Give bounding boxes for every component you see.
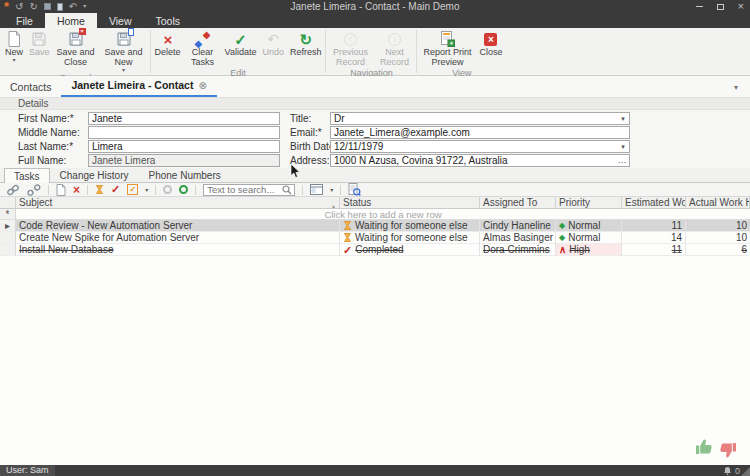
cell-estimated-hours[interactable]: 14 [622, 232, 686, 244]
tab-home[interactable]: Home [45, 13, 97, 28]
new-row-prompt[interactable]: Click here to add a new row [16, 209, 750, 220]
qat-undo-icon[interactable]: ↶ [69, 0, 77, 13]
new-button[interactable]: New ▾ [2, 28, 26, 73]
report-print-preview-icon [440, 30, 455, 48]
cell-status[interactable]: Waiting for someone else [340, 232, 480, 244]
column-header-status[interactable]: Status [340, 197, 480, 209]
tab-close-icon[interactable]: ⊗ [198, 80, 206, 91]
grid-header-row: Subject▲ Status Assigned To Priority Est… [0, 197, 750, 209]
undo-button[interactable]: ↶ Undo [259, 28, 287, 68]
cell-subject[interactable]: Create New Spike for Automation Server [16, 232, 340, 244]
search-icon [282, 185, 292, 195]
mark-in-progress-icon[interactable] [95, 184, 104, 196]
qat-rotate-left-icon[interactable]: ↺ [15, 0, 23, 13]
tab-overflow-icon[interactable]: ▾ [734, 83, 738, 92]
address-ellipsis-button[interactable]: … [616, 155, 628, 166]
cell-assigned-to[interactable]: Cindy Haneline [480, 220, 556, 232]
cell-actual-hours[interactable]: 6 [686, 244, 750, 256]
column-header-estimated[interactable]: Estimated Work H... [622, 197, 686, 209]
priority-normal-icon: ◆ [559, 232, 565, 244]
inactive-indicator-icon[interactable] [163, 185, 172, 194]
tab-tasks[interactable]: Tasks [4, 168, 50, 183]
tasks-grid: Subject▲ Status Assigned To Priority Est… [0, 197, 750, 465]
unlink-icon[interactable] [27, 184, 41, 196]
tab-view[interactable]: View [97, 13, 144, 28]
minimize-button[interactable] [696, 6, 703, 7]
table-row[interactable]: Install New Database ✓ Completed Dora Cr… [0, 244, 750, 256]
delete-button[interactable]: × Delete [152, 28, 184, 68]
cell-estimated-hours[interactable]: 11 [622, 220, 686, 232]
cell-actual-hours[interactable]: 10 [686, 220, 750, 232]
save-and-close-button[interactable]: × Save and Close [53, 28, 99, 73]
qat-save-new-icon[interactable] [57, 3, 63, 11]
search-input[interactable] [207, 184, 282, 195]
refresh-button[interactable]: ↻ Refresh [287, 28, 325, 68]
column-header-assigned-to[interactable]: Assigned To [480, 197, 556, 209]
middle-name-label: Middle Name: [18, 126, 80, 139]
active-indicator-icon[interactable] [179, 185, 188, 194]
cell-priority[interactable]: ◆ Normal [556, 220, 622, 232]
save-and-new-button[interactable]: Save and New ▾ [99, 28, 149, 73]
cell-subject[interactable]: Install New Database [16, 244, 340, 256]
cell-estimated-hours[interactable]: 11 [622, 244, 686, 256]
title-field[interactable] [330, 112, 630, 125]
tab-phone-numbers[interactable]: Phone Numbers [138, 167, 230, 182]
thumbs-down-icon[interactable] [718, 441, 738, 460]
address-field[interactable] [330, 154, 630, 167]
cell-status[interactable]: ✓ Completed [340, 244, 480, 256]
delete-task-icon[interactable]: × [73, 184, 80, 196]
refresh-icon: ↻ [299, 30, 312, 48]
report-print-preview-button[interactable]: Report Print Preview [418, 28, 476, 68]
thumbs-up-icon[interactable] [694, 437, 714, 456]
column-header-priority[interactable]: Priority [556, 197, 622, 209]
cell-actual-hours[interactable]: 10 [686, 232, 750, 244]
print-preview-icon[interactable] [348, 184, 361, 196]
cell-priority[interactable]: ◆ Normal [556, 232, 622, 244]
undo-icon: ↶ [267, 30, 279, 48]
validate-button[interactable]: ✓ Validate [222, 28, 260, 68]
table-row[interactable]: ▸ Code Review - New Automation Server Wa… [0, 220, 750, 232]
new-task-icon[interactable] [56, 184, 66, 196]
tab-tools[interactable]: Tools [144, 13, 193, 28]
search-box[interactable] [203, 184, 295, 196]
close-window-button[interactable]: × [738, 0, 744, 13]
previous-record-button[interactable]: ↑ Previous Record [327, 28, 373, 68]
qat-customize-icon[interactable]: ▾ [83, 0, 86, 13]
resize-grip[interactable] [741, 467, 750, 476]
priority-dropdown-icon[interactable]: ▾ [145, 186, 148, 193]
cell-subject[interactable]: Code Review - New Automation Server [16, 220, 340, 232]
notification-bell-icon[interactable] [723, 466, 732, 475]
middle-name-field[interactable] [88, 126, 280, 139]
qat-rotate-right-icon[interactable]: ↻ [29, 0, 37, 13]
email-field[interactable] [330, 126, 630, 139]
first-name-field[interactable] [88, 112, 280, 125]
tab-file[interactable]: File [4, 13, 45, 28]
grid-new-row[interactable]: * Click here to add a new row [0, 209, 750, 220]
layout-icon[interactable] [310, 184, 323, 196]
cell-assigned-to[interactable]: Almas Basinger [480, 232, 556, 244]
close-record-button[interactable]: × Close [476, 28, 505, 68]
cell-status[interactable]: Waiting for someone else [340, 220, 480, 232]
title-dropdown-icon[interactable]: ▾ [618, 112, 628, 125]
column-header-actual[interactable]: Actual Work Hours [686, 197, 750, 209]
cell-priority[interactable]: ∧ High [556, 244, 622, 256]
next-record-button[interactable]: ↓ Next Record [373, 28, 415, 68]
tab-change-history[interactable]: Change History [50, 167, 139, 182]
qat-save-icon[interactable] [44, 3, 51, 10]
priority-icon[interactable]: ✓ [127, 184, 138, 196]
mark-completed-icon[interactable]: ✓ [111, 184, 120, 196]
birth-date-field[interactable] [330, 140, 630, 153]
clear-tasks-button[interactable]: ◆◆ Clear Tasks [184, 28, 222, 68]
link-icon[interactable] [6, 184, 20, 196]
column-header-subject[interactable]: Subject▲ [16, 197, 340, 209]
maximize-button[interactable] [717, 4, 724, 10]
table-row[interactable]: Create New Spike for Automation Server W… [0, 232, 750, 244]
cell-assigned-to[interactable]: Dora Crimmins [480, 244, 556, 256]
doc-tab-contact-detail[interactable]: Janete Limeira - Contact ⊗ [61, 75, 216, 97]
layout-dropdown-icon[interactable]: ▾ [330, 186, 333, 193]
save-button[interactable]: Save [26, 28, 53, 73]
birth-date-dropdown-icon[interactable]: ▾ [618, 140, 628, 153]
notification-count: 0 [735, 466, 740, 476]
doc-tab-contacts[interactable]: Contacts [0, 77, 61, 97]
last-name-field[interactable] [88, 140, 280, 153]
